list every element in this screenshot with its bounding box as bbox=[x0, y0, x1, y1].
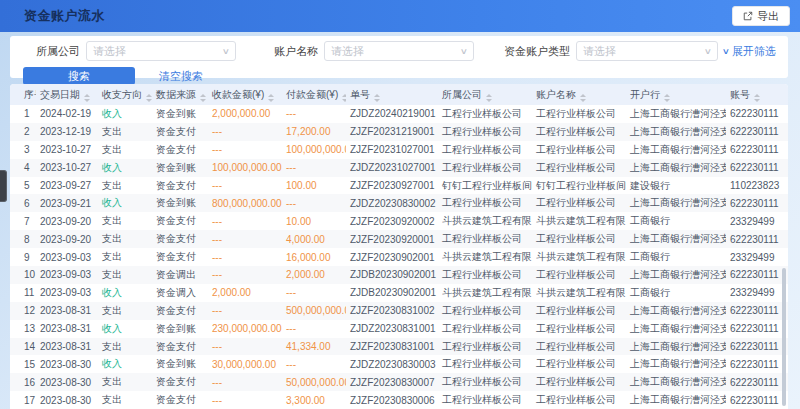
table-cell: 资金调出 bbox=[152, 266, 208, 284]
table-row: 172023-08-30支出资金支付---3,300.00ZJZF2023083… bbox=[10, 391, 788, 409]
expand-filters-link[interactable]: ∨ 展开筛选 bbox=[723, 44, 776, 59]
vertical-scrollbar[interactable] bbox=[782, 268, 786, 406]
table-cell: 工程行业样板公司 bbox=[438, 266, 532, 284]
table-cell: 800,000,000.00 bbox=[208, 194, 282, 212]
sort-icon[interactable] bbox=[342, 94, 346, 102]
table-cell: 50,000,000.00 bbox=[282, 373, 346, 391]
table-cell: 支出 bbox=[98, 177, 152, 195]
filter-label-account-type: 资金账户类型 bbox=[494, 44, 570, 59]
table-cell: 资金支付 bbox=[152, 338, 208, 356]
table-cell: --- bbox=[282, 159, 346, 177]
table-cell: 622230111 bbox=[726, 391, 788, 409]
table-cell: 工程行业样板公司 bbox=[438, 194, 532, 212]
table-cell: --- bbox=[208, 141, 282, 159]
sort-icon[interactable] bbox=[486, 94, 492, 102]
table-cell: 工程行业样板公司 bbox=[438, 159, 532, 177]
sort-icon[interactable] bbox=[580, 94, 586, 102]
table-cell: 收入 bbox=[98, 355, 152, 373]
table-cell: 230,000,000.00 bbox=[208, 320, 282, 338]
column-header[interactable]: 账号 bbox=[726, 84, 788, 105]
table-cell: ZJDZ20230830003 bbox=[346, 355, 438, 373]
table-cell: 工程行业样板公司 bbox=[438, 391, 532, 409]
column-header[interactable]: 付款金额(¥) bbox=[282, 84, 346, 105]
table-cell: 622230111 bbox=[726, 266, 788, 284]
table-cell: 4,000.00 bbox=[282, 230, 346, 248]
column-header[interactable]: 单号 bbox=[346, 84, 438, 105]
table-cell: 6 bbox=[10, 194, 36, 212]
table-cell: 622230111 bbox=[726, 141, 788, 159]
table-cell: 资金到账 bbox=[152, 320, 208, 338]
table-cell: 工程行业样板公司 bbox=[438, 338, 532, 356]
table-row: 152023-08-30收入资金到账30,000,000.00---ZJDZ20… bbox=[10, 355, 788, 373]
table-cell: 工程行业样板公司 bbox=[532, 266, 626, 284]
table-row: 72023-09-20支出资金支付---10.00ZJZF20230920002… bbox=[10, 212, 788, 230]
table-cell: 2,000,000.00 bbox=[208, 105, 282, 123]
transactions-table: 序号交易日期收支方向数据来源收款金额(¥)付款金额(¥)单号所属公司账户名称开户… bbox=[10, 84, 788, 409]
table-cell: 斗拱云建筑工程有限公司 bbox=[438, 212, 532, 230]
table-cell: 工程行业样板公司 bbox=[532, 141, 626, 159]
table-cell: 收入 bbox=[98, 105, 152, 123]
search-button[interactable]: 搜索 bbox=[23, 67, 135, 85]
table-cell: 上海工商银行漕河泾支行 bbox=[626, 159, 726, 177]
sort-icon[interactable] bbox=[374, 94, 380, 102]
export-button[interactable]: 导出 bbox=[732, 6, 790, 26]
table-cell: 2023-08-30 bbox=[36, 373, 98, 391]
company-select-placeholder: 请选择 bbox=[93, 44, 223, 59]
table-cell: 2023-09-20 bbox=[36, 212, 98, 230]
table-cell: 支出 bbox=[98, 391, 152, 409]
column-header[interactable]: 所属公司 bbox=[438, 84, 532, 105]
table-cell: ZJDZ20231027001 bbox=[346, 159, 438, 177]
table-cell: 2023-09-27 bbox=[36, 177, 98, 195]
table-cell: 工程行业样板公司 bbox=[532, 320, 626, 338]
table-cell: ZJZF20230902001 bbox=[346, 248, 438, 266]
table-row: 52023-09-27支出资金支付---100.00ZJZF2023092700… bbox=[10, 177, 788, 195]
table-cell: 110223823 bbox=[726, 177, 788, 195]
sort-icon[interactable] bbox=[754, 94, 760, 102]
table-cell: 30,000,000.00 bbox=[208, 355, 282, 373]
table-cell: 2023-09-21 bbox=[36, 194, 98, 212]
table-cell: 622230111 bbox=[726, 159, 788, 177]
sort-icon[interactable] bbox=[664, 94, 670, 102]
table-cell: 资金支付 bbox=[152, 248, 208, 266]
table-cell: 上海工商银行漕河泾支行 bbox=[626, 373, 726, 391]
account-name-select[interactable]: 请选择 ∨ bbox=[324, 41, 474, 61]
table-cell: 斗拱云建筑工程有限公司 bbox=[438, 284, 532, 302]
column-header[interactable]: 收支方向 bbox=[98, 84, 152, 105]
column-header[interactable]: 开户行 bbox=[626, 84, 726, 105]
table-cell: 钉钉工程行业样板间 bbox=[438, 177, 532, 195]
table-header-row: 序号交易日期收支方向数据来源收款金额(¥)付款金额(¥)单号所属公司账户名称开户… bbox=[10, 84, 788, 105]
clear-search-button[interactable]: 清空搜索 bbox=[159, 69, 203, 84]
sort-icon[interactable] bbox=[84, 94, 90, 102]
account-type-select[interactable]: 请选择 ∨ bbox=[576, 41, 718, 61]
column-header[interactable]: 交易日期 bbox=[36, 84, 98, 105]
table-cell: 2,000.00 bbox=[282, 266, 346, 284]
table-row: 62023-09-21收入资金到账800,000,000.00---ZJDZ20… bbox=[10, 194, 788, 212]
table-cell: 10.00 bbox=[282, 212, 346, 230]
sort-icon[interactable] bbox=[268, 94, 274, 102]
table-cell: 622230111 bbox=[726, 230, 788, 248]
sort-icon[interactable] bbox=[146, 94, 152, 102]
table-cell: 41,334.00 bbox=[282, 338, 346, 356]
chevron-down-icon: ∨ bbox=[704, 47, 712, 56]
table-cell: 上海工商银行漕河泾支行 bbox=[626, 105, 726, 123]
table-cell: 建设银行 bbox=[626, 177, 726, 195]
table-cell: 13 bbox=[10, 320, 36, 338]
table-cell: 100,000,000.00 bbox=[208, 159, 282, 177]
page-header: 资金账户流水 导出 bbox=[0, 0, 800, 32]
column-header[interactable]: 数据来源 bbox=[152, 84, 208, 105]
table-cell: 622230111 bbox=[726, 320, 788, 338]
table-cell: 16,000.00 bbox=[282, 248, 346, 266]
sort-icon[interactable] bbox=[200, 94, 206, 102]
expand-filters-label: 展开筛选 bbox=[732, 44, 776, 59]
table-cell: 上海工商银行漕河泾支行 bbox=[626, 302, 726, 320]
table-cell: 工程行业样板公司 bbox=[532, 302, 626, 320]
table-cell: 斗拱云建筑工程有限公司 bbox=[438, 248, 532, 266]
column-header[interactable]: 收款金额(¥) bbox=[208, 84, 282, 105]
column-header[interactable]: 账户名称 bbox=[532, 84, 626, 105]
table-cell: 支出 bbox=[98, 373, 152, 391]
table-cell: 上海工商银行漕河泾支行 bbox=[626, 355, 726, 373]
company-select[interactable]: 请选择 ∨ bbox=[86, 41, 236, 61]
left-dock-handle[interactable] bbox=[0, 170, 7, 202]
table-cell: 支出 bbox=[98, 338, 152, 356]
table-cell: 2023-10-27 bbox=[36, 159, 98, 177]
